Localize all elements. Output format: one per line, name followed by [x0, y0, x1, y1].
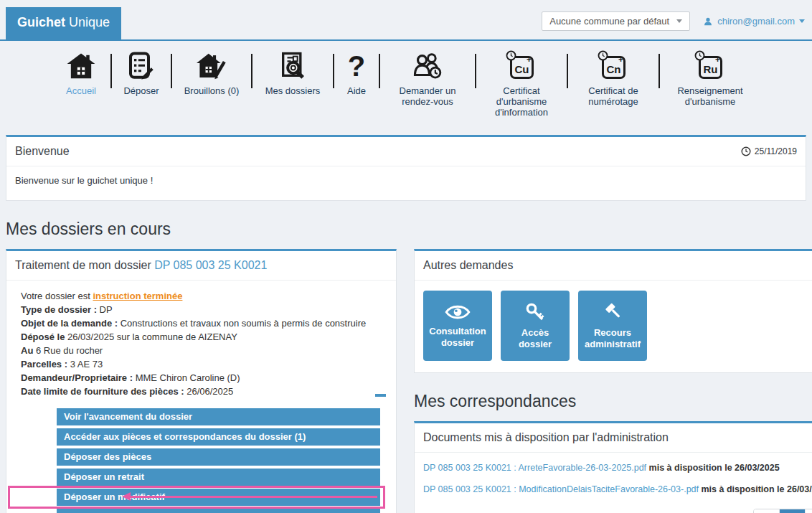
- dossier-field: Demandeur/Proprietaire : MME Chiron Caro…: [21, 371, 387, 385]
- cu-badge: Cu: [515, 63, 529, 75]
- nav-item-mes-dossiers[interactable]: Mes dossiers: [252, 50, 333, 96]
- document-row: DP 085 003 25 K0021 : ArreteFavorable-26…: [423, 457, 812, 479]
- folders-search-icon: [278, 50, 307, 83]
- pagination-next-button[interactable]: →: [806, 509, 812, 513]
- commune-selector[interactable]: Aucune commune par défaut: [542, 11, 690, 31]
- action-deposer-pieces[interactable]: Déposer des pièces: [57, 448, 380, 466]
- deposit-icon: [127, 50, 156, 83]
- pagination-page-1[interactable]: 1: [780, 509, 806, 513]
- nav-label: Déposer: [123, 85, 159, 96]
- action-voir-avancement[interactable]: Voir l'avancement du dossier: [57, 408, 380, 425]
- brand-bold: Guichet: [17, 15, 65, 29]
- nav-label: Demander un rendez-vous: [390, 85, 466, 107]
- section-title-dossiers: Mes dossiers en cours: [6, 220, 806, 239]
- pagination-control: ← 1 →: [753, 509, 812, 513]
- dossier-field: Au 6 Rue du rocher: [21, 344, 387, 357]
- plus-icon: +: [715, 56, 720, 63]
- welcome-message: Bienvenue sur le guichet unique !: [6, 166, 806, 200]
- app-logo[interactable]: Guichet Unique: [6, 7, 121, 39]
- nav-item-rendez-vous[interactable]: Demander un rendez-vous: [380, 50, 475, 107]
- home-icon: [66, 50, 96, 83]
- appointment-icon: [412, 50, 443, 83]
- clock-icon: [506, 50, 516, 61]
- dossier-status-link[interactable]: instruction terminée: [93, 291, 182, 301]
- nav-label: Accueil: [66, 85, 96, 96]
- document-row: DP 085 003 25 K0021 : ModificationDelais…: [423, 479, 812, 500]
- dossier-details: Votre dossier est instruction terminée T…: [6, 281, 396, 401]
- documents-panel-title: Documents mis à disposition par l'admini…: [423, 431, 669, 444]
- user-menu[interactable]: chiron@gmail.com: [703, 16, 805, 27]
- action-acceder-pieces[interactable]: Accéder aux pièces et correspondances du…: [57, 428, 380, 446]
- welcome-date: 25/11/2019: [741, 146, 797, 156]
- chevron-down-icon: [676, 19, 682, 23]
- nav-item-certificat-urbanisme[interactable]: Cu + Certificat d'urbanisme d'informatio…: [476, 50, 567, 118]
- dossier-field: Parcelles : 3 AE 73: [21, 357, 387, 371]
- clock-icon: [741, 146, 751, 156]
- chevron-down-icon: [799, 19, 805, 23]
- annotation-arrow: [130, 496, 377, 498]
- nav-label: Certificat de numérotage: [577, 85, 649, 107]
- autres-demandes-panel: Autres demandes Consultation dossier: [414, 249, 812, 373]
- cn-icon: Cn +: [599, 50, 628, 83]
- plus-icon: +: [527, 56, 532, 63]
- main-navigation: Accueil Déposer: [0, 41, 812, 125]
- welcome-panel: Bienvenue 25/11/2019 Bienvenue sur le gu…: [6, 135, 806, 201]
- tile-recours-administratif[interactable]: Recours administratif: [578, 291, 647, 361]
- action-deposer-modificatif[interactable]: Déposer un modificatif: [57, 489, 380, 506]
- nav-item-renseignement-urbanisme[interactable]: Ru + Renseignement d'urbanisme: [660, 50, 760, 107]
- nav-item-certificat-numerotage[interactable]: Cn + Certificat de numérotage: [568, 50, 658, 107]
- plus-icon: +: [618, 56, 623, 63]
- top-header: Guichet Unique Aucune commune par défaut…: [0, 0, 812, 41]
- dossier-title: Traitement de mon dossier DP 085 003 25 …: [6, 251, 396, 281]
- help-icon: ?: [348, 50, 365, 83]
- tile-acces-dossier[interactable]: Accès dossier: [501, 291, 570, 361]
- clock-icon: [694, 50, 705, 61]
- dossier-field: Objet de la demande : Constructions et t…: [21, 316, 387, 330]
- nav-label: Aide: [347, 85, 366, 96]
- clock-icon: [598, 50, 608, 61]
- dossier-reference-link[interactable]: DP 085 003 25 K0021: [154, 259, 267, 271]
- dossier-field: Type de dossier : DP: [21, 303, 387, 316]
- user-icon: [703, 17, 713, 27]
- nav-label: Certificat d'urbanisme d'information: [486, 85, 557, 118]
- dossier-field: Déposé le 26/03/2025 sur la commune de A…: [21, 330, 387, 344]
- gavel-icon: [602, 301, 623, 323]
- dossier-panel: Traitement de mon dossier DP 085 003 25 …: [6, 249, 397, 513]
- nav-label: Brouillons (0): [184, 85, 240, 96]
- cu-icon: Cu +: [507, 50, 536, 83]
- document-link[interactable]: DP 085 003 25 K0021 : ModificationDelais…: [423, 484, 699, 494]
- pagination-prev-button[interactable]: ←: [754, 509, 780, 513]
- autres-demandes-title: Autres demandes: [423, 259, 513, 272]
- documents-panel: Documents mis à disposition par l'admini…: [414, 421, 812, 513]
- drafts-icon: [196, 50, 227, 83]
- section-title-correspondances: Mes correspondances: [414, 392, 812, 411]
- nav-item-deposer[interactable]: Déposer: [112, 50, 171, 96]
- nav-label: Renseignement d'urbanisme: [669, 85, 751, 107]
- cn-badge: Cn: [607, 63, 621, 75]
- action-deposer-prorogation[interactable]: Déposer une demande de prorogation: [57, 509, 380, 513]
- user-email: chiron@gmail.com: [717, 16, 795, 27]
- action-deposer-retrait[interactable]: Déposer un retrait: [57, 469, 380, 486]
- document-link[interactable]: DP 085 003 25 K0021 : ArreteFavorable-26…: [423, 463, 646, 473]
- nav-item-accueil[interactable]: Accueil: [52, 50, 110, 96]
- dossier-status-line: Votre dossier est instruction terminée: [21, 289, 387, 303]
- brand-regular: Unique: [65, 15, 110, 29]
- dossier-field: Date limite de fourniture des pièces : 2…: [21, 385, 387, 398]
- nav-label: Mes dossiers: [265, 85, 321, 96]
- commune-selector-value: Aucune commune par défaut: [549, 16, 669, 27]
- ru-icon: Ru +: [696, 50, 724, 83]
- eye-icon: [445, 303, 471, 321]
- nav-item-brouillons[interactable]: Brouillons (0): [172, 50, 251, 96]
- ru-badge: Ru: [704, 63, 718, 75]
- welcome-title: Bienvenue: [15, 145, 70, 158]
- collapse-toggle[interactable]: [375, 394, 386, 397]
- nav-item-aide[interactable]: ? Aide: [334, 50, 379, 96]
- key-icon: [524, 301, 546, 323]
- dossier-actions: Voir l'avancement du dossier Accéder aux…: [6, 401, 396, 513]
- tile-consultation-dossier[interactable]: Consultation dossier: [423, 291, 492, 361]
